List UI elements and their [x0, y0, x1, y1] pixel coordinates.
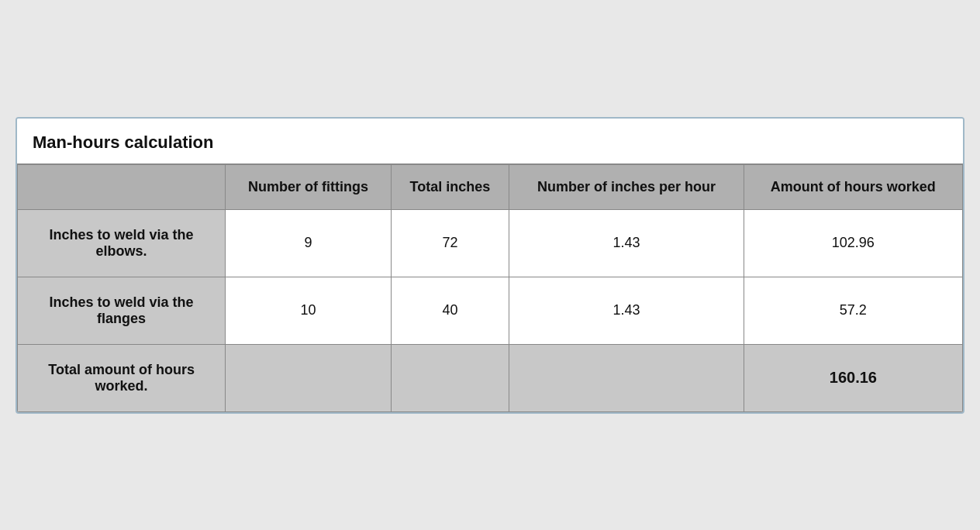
row3-col2: [391, 344, 509, 411]
header-col1: Number of fittings: [226, 164, 391, 210]
header-col4: Amount of hours worked: [744, 164, 962, 210]
row3-col3: [509, 344, 744, 411]
row2-col1: 10: [226, 277, 391, 344]
row1-label: Inches to weld via the elbows.: [18, 209, 226, 277]
table-row: Inches to weld via the elbows. 9 72 1.43…: [18, 209, 963, 277]
row1-col3: 1.43: [509, 209, 744, 277]
row2-col3: 1.43: [509, 277, 744, 344]
main-container: Man-hours calculation Number of fittings…: [16, 117, 964, 414]
title-row: Man-hours calculation: [17, 119, 963, 163]
table-row-total: Total amount of hours worked. 160.16: [18, 344, 963, 411]
row2-col2: 40: [391, 277, 509, 344]
page-title: Man-hours calculation: [33, 132, 213, 152]
row3-label: Total amount of hours worked.: [18, 344, 226, 411]
row1-col4: 102.96: [744, 209, 962, 277]
header-col3: Number of inches per hour: [509, 164, 744, 210]
header-col2: Total inches: [391, 164, 509, 210]
table-header-row: Number of fittings Total inches Number o…: [18, 164, 963, 210]
header-row-label: [18, 164, 226, 210]
row2-col4: 57.2: [744, 277, 962, 344]
row3-col1: [226, 344, 391, 411]
table-row: Inches to weld via the flanges 10 40 1.4…: [18, 277, 963, 344]
row3-col4: 160.16: [744, 344, 962, 411]
manhours-table: Number of fittings Total inches Number o…: [17, 163, 963, 412]
row1-col1: 9: [226, 209, 391, 277]
row1-col2: 72: [391, 209, 509, 277]
row2-label: Inches to weld via the flanges: [18, 277, 226, 344]
